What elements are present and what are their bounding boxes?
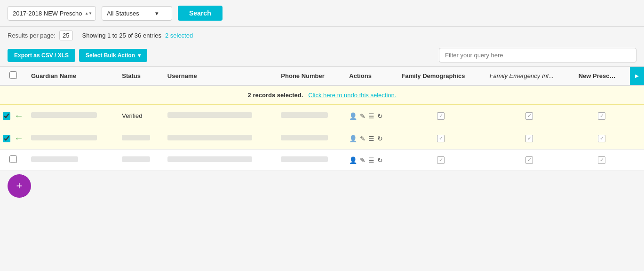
undo-selection-link[interactable]: Click here to undo this selection. [308,92,396,99]
year-select[interactable]: 2017-2018 NEW Prescho [8,6,96,21]
row1-profile-icon[interactable]: 👤 [349,112,357,120]
row2-status-text [122,135,150,140]
year-select-wrapper: 2017-2018 NEW Prescho [8,6,96,21]
top-bar: 2017-2018 NEW Prescho All Statuses ▾ Sea… [0,0,644,27]
row2-demographics-check[interactable]: ✓ [437,135,445,142]
row3-username-text [167,156,252,162]
row1-status-text: Verified [122,112,142,119]
row2-status [117,127,163,150]
row3-checkbox[interactable] [9,155,17,163]
row3-guardian-text [31,156,78,162]
row1-preschool: ✓ [574,105,630,127]
row2-profile-icon[interactable]: 👤 [349,135,357,142]
selection-notice-bold: 2 records selected. [248,92,303,99]
row3-phone [276,150,344,170]
row2-preschool-check[interactable]: ✓ [598,135,605,142]
export-csv-button[interactable]: Export as CSV / XLS [8,49,75,62]
row3-profile-icon[interactable]: 👤 [349,156,357,164]
results-bar: Results per page: 25 Showing 1 to 25 of … [0,27,644,44]
col-demographics: Family Demographics [397,67,485,86]
row3-actions: 👤 ✎ ☰ ↻ [344,150,397,170]
row1-emergency-check[interactable]: ✓ [525,112,533,120]
row2-guardian-text [31,135,97,140]
bulk-action-label: Select Bulk Action [86,52,135,59]
row2-emergency: ✓ [485,127,574,150]
row1-username [163,105,277,127]
scroll-right-button[interactable]: ► [630,67,644,86]
row1-emergency: ✓ [485,105,574,127]
table-header-row: Guardian Name Status Username Phone Numb… [0,67,644,86]
row1-action-icons: 👤 ✎ ☰ ↻ [349,112,392,120]
row2-username [163,127,277,150]
row3-edit-icon[interactable]: ✎ [360,156,366,164]
row3-check-cell [0,150,26,170]
row2-actions: 👤 ✎ ☰ ↻ [344,127,397,150]
row1-guardian [26,105,117,127]
search-button[interactable]: Search [178,6,223,21]
col-phone: Phone Number [276,67,344,86]
row2-list-icon[interactable]: ☰ [368,135,374,142]
col-username: Username [163,67,277,86]
select-all-cell [0,67,26,86]
status-dropdown-arrow: ▾ [155,10,159,17]
fab-button[interactable]: + [8,174,31,198]
row2-preschool: ✓ [574,127,630,150]
row1-list-icon[interactable]: ☰ [368,112,374,120]
row3-refresh-icon[interactable]: ↻ [377,156,383,164]
row3-emergency: ✓ [485,150,574,170]
toolbar: Export as CSV / XLS Select Bulk Action ▾ [0,44,644,66]
table-row: ← Verified 👤 ✎ ☰ [0,105,644,127]
bottom-bar: + [0,170,644,201]
row1-refresh-icon[interactable]: ↻ [377,112,383,120]
table-row: 👤 ✎ ☰ ↻ ✓ ✓ ✓ [0,150,644,170]
row2-edit-icon[interactable]: ✎ [360,135,366,142]
row1-edit-icon[interactable]: ✎ [360,112,366,120]
status-select-wrapper: All Statuses ▾ [102,6,172,21]
results-showing: Showing 1 to 25 of 36 entries [82,32,161,39]
row1-username-text [167,112,252,118]
row2-emergency-check[interactable]: ✓ [525,135,533,142]
row3-preschool-check[interactable]: ✓ [598,156,605,164]
col-status: Status [117,67,163,86]
toolbar-left: Export as CSV / XLS Select Bulk Action ▾ [8,49,147,62]
selection-notice-cell: 2 records selected. Click here to undo t… [0,85,644,105]
row2-checkbox[interactable] [3,135,10,142]
fab-icon: + [16,180,23,192]
row1-preschool-check[interactable]: ✓ [598,112,605,120]
row3-demographics-check[interactable]: ✓ [437,156,445,164]
row3-guardian [26,150,117,170]
row1-phone [276,105,344,127]
row2-refresh-icon[interactable]: ↻ [377,135,383,142]
row1-demographics-check[interactable]: ✓ [437,112,445,120]
row1-arrow-icon: ← [14,110,24,121]
row2-guardian [26,127,117,150]
selected-count-link[interactable]: 2 selected [165,32,193,39]
per-page-select[interactable]: 25 [59,31,73,40]
row2-phone-text [281,135,328,140]
status-select-button[interactable]: All Statuses ▾ [102,6,172,21]
row2-extra [630,127,644,150]
row3-action-icons: 👤 ✎ ☰ ↻ [349,156,392,164]
filter-input[interactable] [439,48,636,62]
select-all-checkbox[interactable] [9,71,17,79]
row1-guardian-text [31,112,97,118]
row3-phone-text [281,156,328,162]
row2-arrow-icon: ← [14,133,24,144]
col-preschool: New Presc… [574,67,630,86]
row3-emergency-check[interactable]: ✓ [525,156,533,164]
row2-demographics: ✓ [397,127,485,150]
row1-check-cell: ← [0,105,26,127]
table-container: Guardian Name Status Username Phone Numb… [0,66,644,170]
table-row: ← 👤 ✎ ☰ [0,127,644,150]
main-table: Guardian Name Status Username Phone Numb… [0,66,644,170]
row2-check-cell: ← [0,127,26,149]
row1-extra [630,105,644,127]
row1-checkbox[interactable] [3,112,10,120]
row2-username-text [167,135,252,140]
row3-preschool: ✓ [574,150,630,170]
filter-wrapper [439,48,636,62]
row1-demographics: ✓ [397,105,485,127]
per-page-label: Results per page: [8,32,56,39]
row3-list-icon[interactable]: ☰ [368,156,374,164]
bulk-action-button[interactable]: Select Bulk Action ▾ [79,49,147,62]
